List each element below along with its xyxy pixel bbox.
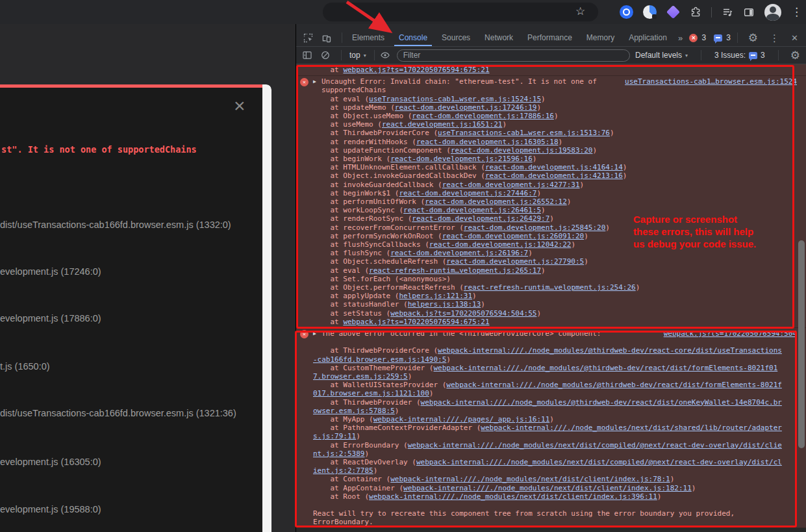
source-file-link[interactable]: react-dom.development.js:27790:5 xyxy=(446,257,584,266)
tab-elements[interactable]: Elements xyxy=(345,29,392,46)
overlay-red-top-border xyxy=(0,84,262,88)
source-file-link[interactable]: webpack.js?ts=1702205076594:504:55 xyxy=(390,309,536,318)
stack-frame: at WalletUIStatesProvider (webpack-inter… xyxy=(313,381,785,398)
source-file-link[interactable]: react-dom.development.js:19583:20 xyxy=(451,146,593,155)
media-controls-icon[interactable] xyxy=(722,6,733,18)
source-file-link[interactable]: react-dom.development.js:21596:16 xyxy=(390,155,533,163)
stack-frame: at Object.useMemo (react-dom.development… xyxy=(313,112,785,120)
source-file-link[interactable]: react-refresh-runtim…velopment.js:254:26 xyxy=(464,283,636,292)
overlay-frame-path: evelopment.js (16305:0) xyxy=(0,457,101,467)
source-file-link[interactable]: webpack.js?ts=1702205076594:675:21 xyxy=(343,318,489,326)
source-file-link[interactable]: webpack-internal:///./node_modules/next/… xyxy=(390,475,670,483)
source-file-link[interactable]: useTransactions-cab1…wser.esm.js:1513:76 xyxy=(438,129,610,137)
tab-bar-right-controls: ✕ 3 3 ⚙ ⋮ ✕ xyxy=(689,32,802,44)
devtools-settings-icon[interactable]: ⚙ xyxy=(744,32,762,44)
stack-frame: at eval (useTransactions-cab1…wser.esm.j… xyxy=(313,95,785,103)
devtools-close-icon[interactable]: ✕ xyxy=(787,34,802,42)
tab-memory[interactable]: Memory xyxy=(579,29,622,46)
source-file-link[interactable]: react-dom.development.js:4277:31 xyxy=(442,181,580,189)
stack-frame: at performSyncWorkOnRoot (react-dom.deve… xyxy=(313,232,785,240)
devtools-kebab-icon[interactable]: ⋮ xyxy=(766,33,783,43)
inspect-element-icon[interactable] xyxy=(303,32,314,44)
error-source-link[interactable]: webpack.js?ts=1702205076594:504 xyxy=(664,329,797,338)
tab-performance[interactable]: Performance xyxy=(520,29,579,46)
live-expression-eye-icon[interactable] xyxy=(380,50,390,60)
extensions-puzzle-icon[interactable] xyxy=(690,6,701,18)
chevron-down-icon: ▾ xyxy=(685,53,688,58)
source-file-link[interactable]: react-dom.development.js:26552:12 xyxy=(425,197,567,206)
issues-counter[interactable]: 3 Issues: 3 xyxy=(714,51,765,60)
extension-diamond-icon[interactable] xyxy=(666,5,680,19)
source-file-link[interactable]: webpack-internal:///./node_modules/next/… xyxy=(369,492,657,501)
console-toolbar: top ▾ Default levels ▾ 3 Issues: 3 ⚙ xyxy=(296,46,806,64)
expand-triangle-icon[interactable]: ▶ xyxy=(313,329,321,338)
browser-toolbar: ☆ ⋮ xyxy=(0,0,806,24)
devtools-panel: ElementsConsoleSourcesNetworkPerformance… xyxy=(296,24,806,532)
source-file-link[interactable]: react-dom.development.js:25845:20 xyxy=(464,223,606,232)
toolbar-icon-strip: ⋮ xyxy=(620,0,802,24)
source-file-link[interactable]: react-dom.development.js:16305:18 xyxy=(416,138,559,146)
source-file-link[interactable]: react-dom.development.js:26196:7 xyxy=(390,249,528,257)
stack-frame: at MyApp (webpack-internal:///./pages/_a… xyxy=(313,415,785,424)
source-file-link[interactable]: react-dom.development.js:17246:19 xyxy=(395,103,537,112)
error-badge-count[interactable]: 3 xyxy=(701,33,706,42)
error-circle-icon: ✕ xyxy=(300,78,309,86)
device-toolbar-icon[interactable] xyxy=(321,32,332,44)
error-source-link[interactable]: useTransactions-cab1…browser.esm.js:1524 xyxy=(625,77,797,86)
console-sidebar-icon[interactable] xyxy=(302,50,312,60)
clear-console-icon[interactable] xyxy=(320,50,331,60)
issues-bubble-icon[interactable] xyxy=(714,34,722,42)
side-panel-icon[interactable] xyxy=(743,6,755,18)
source-file-link[interactable]: react-dom.development.js:26429:7 xyxy=(412,214,549,223)
console-filter-input[interactable] xyxy=(397,49,630,62)
stack-frame: at flushSync (react-dom.development.js:2… xyxy=(313,249,785,257)
source-file-link[interactable]: webpack-internal:///./pages/_app.js:16:1… xyxy=(373,415,550,424)
source-file-link[interactable]: webpack.js?ts=1702205076594:675:21 xyxy=(343,66,489,74)
tab-application[interactable]: Application xyxy=(622,29,674,46)
stack-frame: at updateFunctionComponent (react-dom.de… xyxy=(313,146,785,155)
stack-frame: at ReactDevOverlay (webpack-internal:///… xyxy=(313,458,785,475)
stack-frame: at beginWork$1 (react-dom.development.js… xyxy=(313,189,785,197)
expand-triangle-icon[interactable]: ▶ xyxy=(313,77,321,86)
bookmark-star-icon[interactable]: ☆ xyxy=(575,5,585,18)
tab-network[interactable]: Network xyxy=(477,29,520,46)
source-file-link[interactable]: react-dom.development.js:17886:16 xyxy=(412,112,554,120)
issues-bubble-icon xyxy=(749,52,757,59)
source-file-link[interactable]: react.development.js:1651:21 xyxy=(382,120,502,129)
more-tabs-chevron[interactable]: » xyxy=(674,33,686,43)
extension-clock-icon[interactable] xyxy=(643,5,657,19)
overlay-close-icon[interactable]: × xyxy=(234,96,246,116)
source-file-link[interactable]: react-refresh-runtim…velopment.js:265:17 xyxy=(369,266,541,275)
message-badge-count[interactable]: 3 xyxy=(726,33,731,42)
log-levels-dropdown[interactable]: Default levels ▾ xyxy=(635,51,688,60)
stack-frame: at webpack.js?ts=1702205076594:675:21 xyxy=(313,318,785,326)
source-file-link[interactable]: useTransactions-cab1…wser.esm.js:1524:15 xyxy=(369,95,541,103)
error-badge-icon[interactable]: ✕ xyxy=(689,34,698,42)
source-file-link[interactable]: react-dom.development.js:4164:14 xyxy=(485,163,623,171)
overlay-scrollbar[interactable] xyxy=(262,84,271,532)
stack-frame: at eval (react-refresh-runtim…velopment.… xyxy=(313,266,785,275)
chevron-down-icon: ▾ xyxy=(364,53,366,58)
address-bar[interactable] xyxy=(323,3,598,21)
extension-blue-icon[interactable] xyxy=(620,5,633,19)
source-file-link[interactable]: react-dom.development.js:4213:16 xyxy=(485,171,623,180)
overlay-error-message: st". It is not one of supportedChains xyxy=(1,144,197,155)
context-selector[interactable]: top ▾ xyxy=(349,51,366,60)
source-file-link[interactable]: webpack-internal:///./node_modules/next/… xyxy=(403,484,692,492)
menu-kebab-icon[interactable]: ⋮ xyxy=(791,6,802,18)
source-file-link[interactable]: react-dom.development.js:26461:5 xyxy=(403,206,541,214)
nextjs-error-overlay: × st". It is not one of supportedChains … xyxy=(0,84,271,532)
tab-console[interactable]: Console xyxy=(392,29,434,46)
source-file-link[interactable]: helpers.js:138:13 xyxy=(408,300,481,309)
source-file-link[interactable]: react-dom.development.js:26091:20 xyxy=(442,232,585,240)
profile-avatar[interactable] xyxy=(764,4,781,21)
tab-sources[interactable]: Sources xyxy=(434,29,477,46)
console-scrollbar-thumb[interactable] xyxy=(798,240,805,448)
console-settings-icon[interactable]: ⚙ xyxy=(787,50,800,61)
source-file-link[interactable]: react-dom.development.js:27446:7 xyxy=(399,189,536,197)
stack-frame: at flushSyncCallbacks (react-dom.develop… xyxy=(313,240,785,249)
overlay-frame-path: t.js (1650:0) xyxy=(0,361,50,372)
source-file-link[interactable]: helpers.js:121:31 xyxy=(399,292,472,300)
overlay-frame-path: dist/useTransactions-cab166fd.browser.es… xyxy=(0,408,236,418)
source-file-link[interactable]: react-dom.development.js:12042:22 xyxy=(429,240,572,249)
